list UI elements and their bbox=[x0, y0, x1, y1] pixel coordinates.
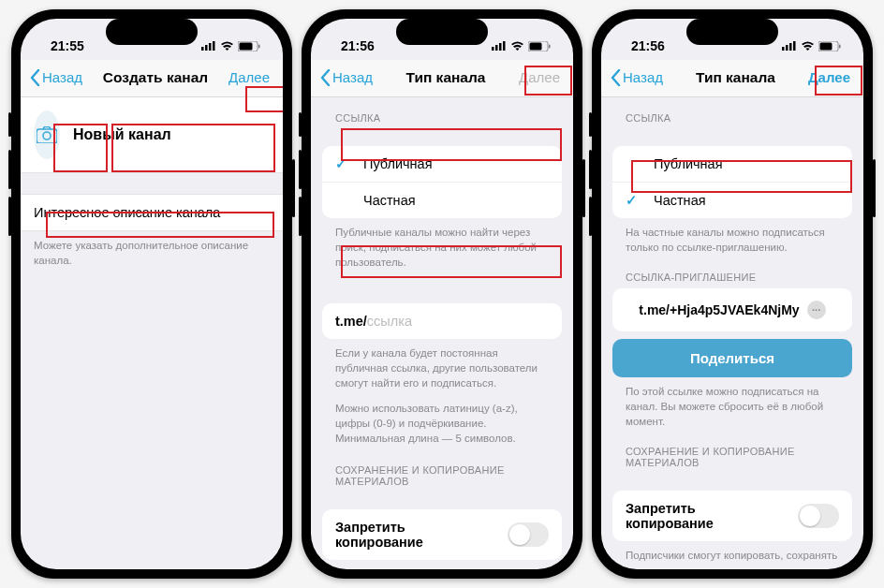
battery-icon bbox=[528, 41, 551, 51]
svg-rect-12 bbox=[503, 41, 506, 51]
phone-3: 21:56 Назад Тип канала Далее ССЫЛКА ✓ Пу… bbox=[592, 9, 873, 579]
signal-icon bbox=[201, 41, 216, 51]
description-hint: Можете указать дополнительное описание к… bbox=[21, 231, 283, 268]
check-icon: ✓ bbox=[335, 156, 352, 171]
section-link-label: ССЫЛКА bbox=[612, 97, 852, 129]
link-hint-2: Можно использовать латиницу (a-z), цифры… bbox=[322, 391, 562, 446]
camera-icon bbox=[37, 126, 57, 143]
restrict-hint: Подписчики смогут копировать, сохранять … bbox=[612, 541, 852, 569]
channel-description-input[interactable]: Интересное описание канала bbox=[21, 194, 283, 231]
check-icon: ✓ bbox=[626, 193, 642, 208]
channel-photo-button[interactable] bbox=[34, 110, 60, 159]
option-private[interactable]: ✓ Частная bbox=[322, 183, 562, 218]
section-invite-label: ССЫЛКА-ПРИГЛАШЕНИЕ bbox=[612, 255, 852, 288]
wifi-icon bbox=[220, 41, 234, 51]
back-button[interactable]: Назад bbox=[30, 69, 86, 86]
svg-rect-11 bbox=[499, 43, 502, 51]
nav-title: Тип канала bbox=[696, 69, 775, 86]
status-time: 21:55 bbox=[51, 38, 84, 53]
phone-2: 21:56 Назад Тип канала Далее ССЫЛКА ✓ Пу… bbox=[302, 9, 582, 579]
invite-link-row[interactable]: t.me/+Hja4p5JVAEk4NjMy ··· bbox=[612, 288, 852, 331]
svg-rect-22 bbox=[839, 44, 841, 48]
svg-rect-19 bbox=[793, 41, 796, 51]
option-public[interactable]: ✓ Публичная bbox=[612, 146, 852, 183]
svg-rect-14 bbox=[530, 42, 542, 50]
svg-rect-6 bbox=[258, 44, 260, 48]
back-button[interactable]: Назад bbox=[611, 69, 667, 86]
back-button[interactable]: Назад bbox=[320, 69, 376, 86]
nav-bar: Назад Создать канал Далее bbox=[21, 60, 283, 97]
chevron-left-icon bbox=[30, 69, 40, 86]
restrict-copy-row[interactable]: Запретить копирование bbox=[322, 509, 562, 560]
dynamic-island bbox=[686, 19, 778, 45]
next-button-disabled: Далее bbox=[515, 67, 564, 87]
share-button[interactable]: Поделиться bbox=[612, 339, 852, 377]
svg-rect-10 bbox=[495, 45, 498, 51]
public-hint: Публичные каналы можно найти через поиск… bbox=[322, 218, 562, 270]
status-time: 21:56 bbox=[341, 38, 375, 53]
svg-rect-1 bbox=[205, 45, 208, 51]
nav-title: Создать канал bbox=[103, 69, 208, 86]
section-copy-label: СОХРАНЕНИЕ И КОПИРОВАНИЕ МАТЕРИАЛОВ bbox=[322, 446, 562, 492]
toggle-off[interactable] bbox=[798, 504, 839, 528]
restrict-copy-row[interactable]: Запретить копирование bbox=[612, 491, 852, 541]
signal-icon bbox=[782, 41, 797, 51]
chevron-left-icon bbox=[611, 69, 621, 86]
section-copy-label: СОХРАНЕНИЕ И КОПИРОВАНИЕ МАТЕРИАЛОВ bbox=[612, 429, 852, 474]
toggle-off[interactable] bbox=[508, 522, 549, 547]
svg-rect-17 bbox=[786, 45, 788, 51]
svg-rect-2 bbox=[209, 43, 212, 51]
restrict-hint: Подписчики смогут копировать, сохранять … bbox=[322, 560, 562, 569]
link-hint-1: Если у канала будет постоянная публичная… bbox=[322, 339, 562, 390]
svg-rect-3 bbox=[213, 41, 215, 51]
svg-point-8 bbox=[43, 132, 51, 140]
svg-rect-18 bbox=[789, 43, 792, 51]
next-button[interactable]: Далее bbox=[804, 67, 854, 87]
option-public[interactable]: ✓ Публичная bbox=[322, 146, 562, 183]
svg-rect-15 bbox=[549, 44, 551, 48]
option-private[interactable]: ✓ Частная bbox=[612, 183, 852, 218]
svg-rect-5 bbox=[240, 42, 253, 50]
battery-icon bbox=[818, 41, 841, 51]
channel-name-input[interactable] bbox=[73, 126, 270, 143]
svg-rect-16 bbox=[782, 47, 785, 51]
next-button[interactable]: Далее bbox=[225, 67, 273, 87]
link-input[interactable]: t.me/ссылка bbox=[322, 303, 562, 339]
battery-icon bbox=[238, 41, 260, 51]
invite-hint: По этой ссылке можно подписаться на кана… bbox=[612, 377, 852, 429]
nav-bar: Назад Тип канала Далее bbox=[601, 60, 863, 97]
svg-rect-9 bbox=[492, 47, 494, 51]
private-hint: На частные каналы можно подписаться толь… bbox=[612, 218, 852, 255]
section-link-label: ССЫЛКА bbox=[322, 97, 562, 129]
svg-rect-21 bbox=[820, 42, 832, 50]
status-time: 21:56 bbox=[631, 38, 665, 53]
dynamic-island bbox=[396, 19, 488, 45]
signal-icon bbox=[492, 41, 507, 51]
more-icon[interactable]: ··· bbox=[807, 301, 826, 319]
dynamic-island bbox=[106, 19, 198, 45]
nav-title: Тип канала bbox=[406, 69, 486, 86]
wifi-icon bbox=[801, 41, 815, 51]
phone-1: 21:55 Назад Создать канал Далее Интере bbox=[11, 9, 292, 579]
wifi-icon bbox=[510, 41, 524, 51]
chevron-left-icon bbox=[320, 69, 331, 86]
nav-bar: Назад Тип канала Далее bbox=[311, 60, 573, 97]
svg-rect-0 bbox=[201, 47, 204, 51]
